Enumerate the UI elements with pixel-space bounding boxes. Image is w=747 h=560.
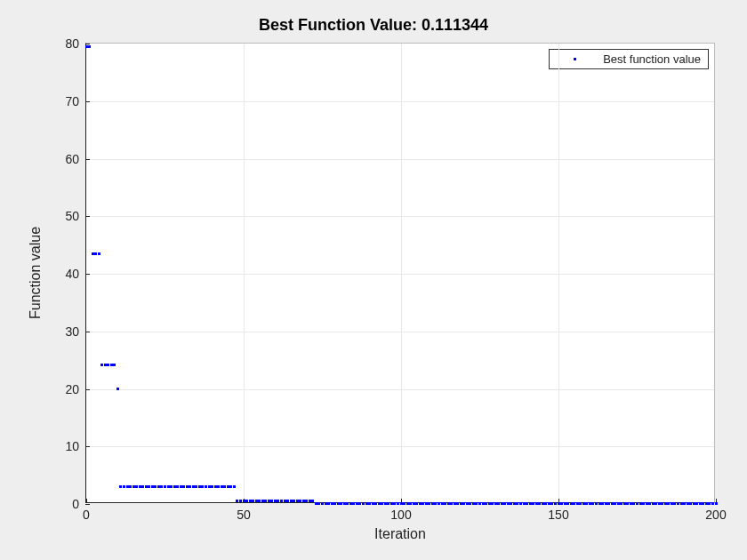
data-point [422,502,424,505]
y-tick-label: 70 [65,94,79,108]
data-point [201,485,204,488]
data-point [646,502,648,505]
y-tick-label: 30 [65,324,79,339]
data-point [444,502,446,505]
data-point [523,502,526,505]
data-point [501,502,503,505]
data-point [195,485,197,488]
data-point [233,485,236,488]
data-point [116,388,119,390]
data-point [113,364,116,366]
data-point [516,502,518,505]
data-point [510,502,512,505]
data-point [214,485,217,488]
data-point [409,502,412,505]
gridline-horizontal [86,389,714,390]
data-point [352,502,355,505]
gridline-horizontal [86,101,714,102]
data-point [397,502,399,505]
legend-label: Best function value [603,52,701,66]
data-point [173,485,176,488]
data-point [337,502,340,505]
gridline-horizontal [86,446,714,447]
data-point [544,502,547,505]
data-point [695,502,698,505]
data-point [151,485,154,488]
data-point [482,502,485,505]
data-point [652,502,655,505]
data-point [258,500,261,502]
data-point [689,502,692,505]
dot-icon [574,58,576,60]
data-point [268,500,270,502]
data-point [223,485,226,488]
y-tick [85,159,90,160]
data-point [135,485,138,488]
data-point [711,502,714,505]
x-tick [86,499,87,503]
legend: Best function value [549,49,709,69]
y-tick [85,332,90,332]
y-tick-label: 0 [72,497,79,511]
data-point [438,502,440,505]
data-point [639,502,642,505]
data-point [488,502,491,505]
data-point [167,485,170,488]
data-point [680,502,683,505]
data-point [374,502,377,505]
data-point [475,502,478,505]
data-point [601,502,604,505]
y-tick [85,504,90,505]
data-point [358,502,361,505]
data-point [387,502,390,505]
data-point [611,502,614,505]
data-point [623,502,626,505]
x-tick-label: 200 [705,508,726,522]
data-point [403,502,406,505]
y-axis-label: Function value [27,43,44,503]
data-point [217,485,220,488]
data-point [274,500,277,502]
data-point [239,500,242,502]
data-point [607,502,610,505]
y-tick [85,216,90,217]
y-tick [85,446,90,447]
x-tick-label: 0 [83,508,90,522]
data-point [123,485,125,488]
data-point [503,502,506,505]
data-point [595,502,598,505]
data-point [460,502,462,505]
data-point [550,502,553,505]
data-point [617,502,620,505]
data-point [309,500,311,502]
gridline-horizontal [86,332,714,332]
gridline-vertical [244,44,245,502]
data-point [88,45,91,48]
y-tick-label: 60 [65,152,79,166]
data-point [365,502,368,505]
data-point [107,364,109,366]
data-point [532,502,534,505]
data-point [343,502,346,505]
y-tick-label: 50 [65,209,79,223]
data-point [431,502,434,505]
data-point [315,502,317,505]
data-point [667,502,670,505]
legend-marker [557,53,592,66]
data-point [715,502,718,505]
data-point [472,502,475,505]
y-tick-label: 40 [65,267,79,281]
data-point [554,502,557,505]
data-point [302,500,305,502]
data-point [317,502,320,505]
data-point [538,502,541,505]
chart-title: Best Function Value: 0.111344 [0,16,747,35]
y-tick-label: 80 [65,36,79,51]
data-point [331,502,333,505]
data-point [229,485,232,488]
data-point [325,502,327,505]
data-point [450,502,453,505]
data-point [129,485,132,488]
data-point [372,502,374,505]
data-point [658,502,661,505]
